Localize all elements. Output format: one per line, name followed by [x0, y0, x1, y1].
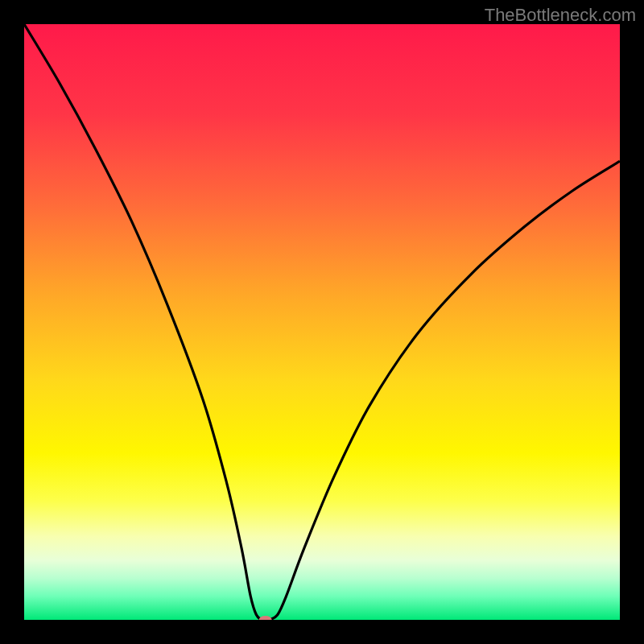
chart-background [24, 24, 620, 620]
watermark-text: TheBottleneck.com [485, 5, 636, 26]
bottleneck-chart [24, 24, 620, 620]
chart-svg [24, 24, 620, 620]
